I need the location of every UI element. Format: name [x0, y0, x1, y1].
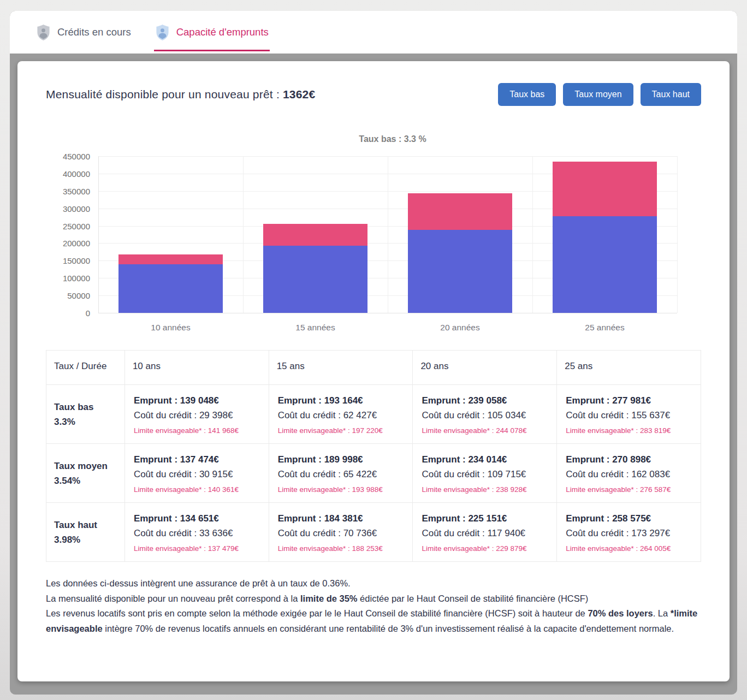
y-axis-tick: 0: [86, 309, 90, 318]
bar-segment-emprunt[interactable]: [408, 230, 512, 313]
cout-credit-value: Coût du crédit : 65 422€: [278, 467, 404, 482]
table-cell: Emprunt : 184 381€Coût du crédit : 70 73…: [269, 503, 413, 562]
tab-capacite-demprunts[interactable]: Capacité d'emprunts: [154, 11, 270, 54]
table-cell: Emprunt : 258 575€Coût du crédit : 173 2…: [557, 503, 701, 562]
limite-envisageable-value: Limite envisageable* : 238 928€: [422, 485, 548, 494]
footnote-text: Les revenus locatifs sont pris en compte…: [46, 608, 588, 618]
bar-slot: [388, 156, 532, 313]
column-header: Taux / Durée: [46, 351, 125, 385]
rate-name: Taux haut: [54, 518, 117, 532]
emprunt-value: Emprunt : 137 474€: [134, 453, 260, 467]
bar-group: [553, 156, 657, 313]
limite-envisageable-value: Limite envisageable* : 229 879€: [422, 544, 548, 553]
emprunt-value: Emprunt : 134 651€: [134, 512, 260, 526]
limite-envisageable-value: Limite envisageable* : 197 220€: [278, 426, 404, 435]
limite-envisageable-value: Limite envisageable* : 244 078€: [422, 426, 548, 435]
tab-label: Capacité d'emprunts: [176, 26, 269, 38]
y-axis-tick: 450000: [63, 152, 90, 161]
limite-envisageable-value: Limite envisageable* : 283 819€: [566, 426, 692, 435]
y-axis-tick: 350000: [63, 186, 90, 195]
footnote-text: édictée par le Haut Conseil de stabilité…: [358, 594, 589, 603]
cout-credit-value: Coût du crédit : 30 915€: [134, 467, 260, 482]
y-axis-tick: 150000: [63, 256, 90, 265]
table-row: Taux bas3.3%Emprunt : 139 048€Coût du cr…: [46, 385, 701, 444]
table-cell: Emprunt : 134 651€Coût du crédit : 33 63…: [124, 503, 269, 562]
cout-credit-value: Coût du crédit : 33 636€: [134, 526, 260, 541]
bar-segment-emprunt[interactable]: [553, 216, 657, 313]
table-row: Taux moyen3.54%Emprunt : 137 474€Coût du…: [46, 444, 701, 503]
table-head: Taux / Durée10 ans15 ans20 ans25 ans: [46, 351, 701, 385]
x-axis: 10 années15 années20 années25 années: [98, 323, 677, 333]
bar-slot: [98, 156, 243, 313]
y-axis-tick: 100000: [63, 274, 90, 283]
column-header: 20 ans: [413, 351, 557, 385]
y-axis-tick: 250000: [63, 221, 90, 230]
emprunt-value: Emprunt : 277 981€: [566, 394, 692, 408]
column-header: 25 ans: [557, 351, 701, 385]
y-axis-tick: 50000: [67, 291, 90, 300]
rate-name: Taux moyen: [54, 459, 117, 473]
x-axis-label: 15 années: [243, 323, 388, 333]
cout-credit-value: Coût du crédit : 117 940€: [422, 526, 548, 541]
x-axis-label: 25 années: [532, 323, 677, 333]
table-cell: Emprunt : 193 164€Coût du crédit : 62 42…: [269, 385, 413, 444]
page-title-value: 1362€: [283, 88, 315, 100]
page-title-text: Mensualité disponible pour un nouveau pr…: [46, 88, 280, 100]
bar-segment-cout[interactable]: [118, 254, 223, 265]
y-axis-tick: 200000: [63, 239, 90, 248]
emprunt-value: Emprunt : 258 575€: [566, 512, 692, 526]
bar-segment-cout[interactable]: [263, 224, 367, 246]
emprunt-value: Emprunt : 225 151€: [422, 512, 548, 526]
bar-segment-cout[interactable]: [553, 162, 657, 216]
table-cell: Emprunt : 270 898€Coût du crédit : 162 0…: [557, 444, 701, 503]
limite-envisageable-value: Limite envisageable* : 276 587€: [566, 485, 692, 494]
bar-segment-emprunt[interactable]: [118, 264, 223, 313]
gridline-horizontal: [98, 313, 677, 313]
footnote-line: Les données ci-dessus intègrent une assu…: [46, 576, 701, 591]
footnote-bold-text: 70% des loyers: [588, 608, 653, 618]
rate-name: Taux bas: [54, 400, 117, 414]
cout-credit-value: Coût du crédit : 62 427€: [278, 408, 404, 423]
chart-title: Taux bas : 3.3 %: [46, 134, 701, 144]
table-row: Taux haut3.98%Emprunt : 134 651€Coût du …: [46, 503, 701, 562]
limite-envisageable-value: Limite envisageable* : 141 968€: [134, 426, 260, 435]
chart: Taux bas : 3.3 % 45000040000035000030000…: [46, 134, 701, 333]
x-axis-label: 10 années: [98, 323, 243, 333]
row-label: Taux haut3.98%: [46, 503, 125, 562]
table-cell: Emprunt : 139 048€Coût du crédit : 29 39…: [124, 385, 269, 444]
row-label: Taux moyen3.54%: [46, 444, 125, 503]
emprunt-value: Emprunt : 234 014€: [422, 453, 548, 467]
limite-envisageable-value: Limite envisageable* : 264 005€: [566, 544, 692, 553]
column-header: 15 ans: [269, 351, 413, 385]
footnote-line: Les revenus locatifs sont pris en compte…: [46, 606, 701, 636]
limite-envisageable-value: Limite envisageable* : 188 253€: [278, 544, 404, 553]
emprunt-value: Emprunt : 193 164€: [278, 394, 404, 408]
emprunt-value: Emprunt : 189 998€: [278, 453, 404, 467]
cout-credit-value: Coût du crédit : 105 034€: [422, 408, 548, 423]
rate-buttons: Taux bas Taux moyen Taux haut: [498, 83, 701, 106]
cout-credit-value: Coût du crédit : 155 637€: [566, 408, 692, 423]
card-header: Mensualité disponible pour un nouveau pr…: [46, 83, 701, 106]
y-axis: 4500004000003500003000002500002000001500…: [46, 156, 98, 313]
taux-moyen-button[interactable]: Taux moyen: [563, 83, 633, 106]
bar-group: [263, 156, 367, 313]
table-cell: Emprunt : 234 014€Coût du crédit : 109 7…: [413, 444, 557, 503]
bar-segment-cout[interactable]: [408, 193, 512, 230]
bar-segment-emprunt[interactable]: [263, 246, 367, 313]
tab-label: Crédits en cours: [57, 26, 131, 38]
emprunt-value: Emprunt : 239 058€: [422, 394, 548, 408]
bar-slots: [98, 156, 677, 313]
modal-container: Crédits en cours Capacité d'emprunts Men…: [10, 11, 737, 695]
table-body: Taux bas3.3%Emprunt : 139 048€Coût du cr…: [46, 385, 701, 562]
cout-credit-value: Coût du crédit : 70 736€: [278, 526, 404, 541]
footnote-text: La mensualité disponible pour un nouveau…: [46, 594, 300, 603]
table-cell: Emprunt : 239 058€Coût du crédit : 105 0…: [413, 385, 557, 444]
plot-area: [98, 156, 677, 313]
tab-bar: Crédits en cours Capacité d'emprunts: [10, 11, 737, 54]
emprunt-value: Emprunt : 139 048€: [134, 394, 260, 408]
bar-slot: [243, 156, 388, 313]
taux-haut-button[interactable]: Taux haut: [641, 83, 701, 106]
footnote-text: . La: [653, 608, 671, 618]
tab-credits-en-cours[interactable]: Crédits en cours: [35, 11, 132, 54]
taux-bas-button[interactable]: Taux bas: [498, 83, 556, 106]
